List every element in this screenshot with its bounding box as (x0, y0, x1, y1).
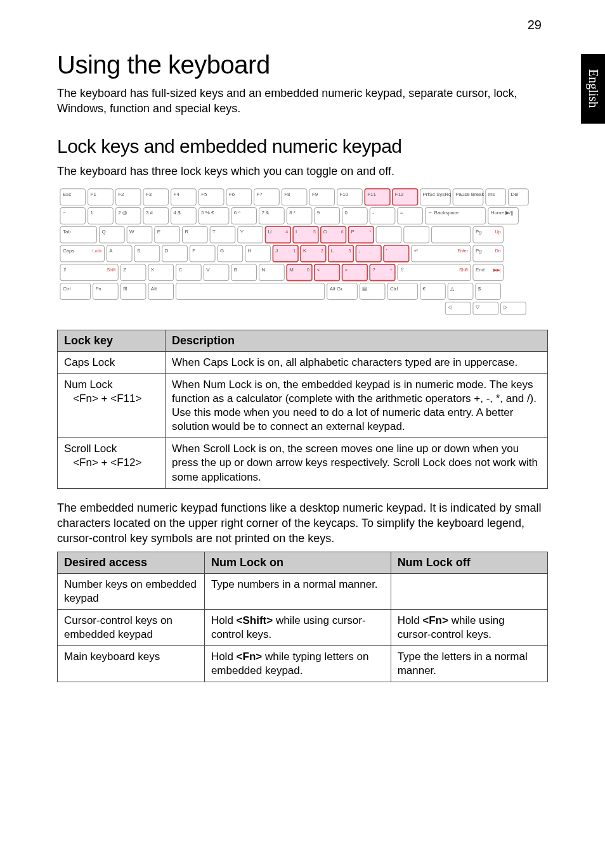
keyboard-diagram: EscF1F2F3F4F5F6F7F8F9F10F11F12PrtSc SysR… (57, 185, 548, 318)
description-cell: When Scroll Lock is on, the screen moves… (166, 438, 548, 488)
svg-text:H: H (248, 248, 252, 254)
svg-text:P: P (351, 229, 354, 235)
svg-text:0: 0 (307, 268, 309, 272)
svg-text:>: > (344, 267, 348, 273)
svg-text:N: N (262, 267, 266, 273)
svg-text:A: A (109, 248, 113, 254)
svg-rect-90 (376, 226, 401, 243)
intro-paragraph: The keyboard has full-sized keys and an … (57, 86, 548, 117)
table-row: Scroll Lock <Fn> + <F12>When Scroll Lock… (58, 438, 548, 488)
svg-text:€: € (423, 285, 426, 291)
th-desired-access: Desired access (58, 552, 205, 573)
svg-text:Shift: Shift (107, 268, 115, 272)
svg-text:F10: F10 (340, 191, 349, 197)
svg-text:5: 5 (313, 230, 316, 234)
lock-key-name: Scroll Lock (64, 443, 117, 455)
document-page: 29 English Using the keyboard The keyboa… (0, 0, 605, 719)
svg-text:F6: F6 (229, 191, 235, 197)
svg-text:Caps: Caps (63, 248, 75, 254)
cell: Cursor-control keys on embedded keypad (58, 609, 205, 645)
svg-text:Alt: Alt (151, 285, 157, 291)
th-numlock-off: Num Lock off (391, 552, 547, 573)
svg-text:Fn: Fn (96, 285, 101, 291)
svg-text:Del: Del (511, 191, 518, 197)
svg-text:▶▶|: ▶▶| (493, 268, 501, 273)
numlock-table: Desired access Num Lock on Num Lock off … (57, 552, 548, 683)
svg-text:=: = (400, 210, 403, 216)
svg-text:D: D (165, 248, 169, 254)
svg-text:2: 2 (321, 249, 323, 253)
section-heading: Lock keys and embedded numeric keypad (57, 136, 548, 157)
cell: Number keys on embedded keypad (58, 573, 205, 609)
svg-text:F2: F2 (118, 191, 124, 197)
svg-text:5 % €: 5 % € (201, 210, 214, 216)
svg-text:V: V (206, 267, 210, 273)
cell: Hold <Fn> while typing letters on embedd… (204, 645, 391, 682)
lock-key-name: Num Lock (64, 379, 113, 391)
svg-text:8 *: 8 * (289, 210, 296, 216)
svg-text:~: ~ (63, 210, 66, 216)
svg-text:6 ^: 6 ^ (234, 210, 241, 216)
svg-text:F4: F4 (174, 191, 180, 197)
svg-text:F1: F1 (91, 191, 97, 197)
svg-text:Ins: Ins (488, 191, 495, 197)
svg-text:B: B (234, 267, 237, 273)
lock-key-cell: Num Lock <Fn> + <F11> (58, 373, 166, 437)
th-lock-key: Lock key (58, 330, 166, 351)
svg-text:6: 6 (341, 230, 344, 234)
svg-text:Esc: Esc (63, 191, 71, 197)
svg-text:?: ? (372, 267, 375, 273)
svg-text:U: U (268, 229, 271, 235)
th-description: Description (166, 330, 548, 351)
cell: Hold <Fn> while using cursor-control key… (391, 609, 547, 645)
svg-text:I: I (296, 229, 297, 235)
svg-text:⇧: ⇧ (400, 267, 405, 273)
svg-text:← Backspace: ← Backspace (427, 210, 459, 216)
svg-text:F12: F12 (395, 191, 404, 197)
table-row: Cursor-control keys on embedded keypadHo… (58, 609, 548, 645)
svg-text:X: X (151, 267, 155, 273)
svg-text:M: M (289, 267, 294, 273)
svg-text:Q: Q (101, 229, 105, 235)
svg-text:S: S (137, 248, 140, 254)
section-intro: The keyboard has three lock keys which y… (57, 164, 548, 179)
svg-rect-91 (404, 226, 429, 243)
svg-text:$: $ (478, 285, 481, 291)
table-row: Num Lock <Fn> + <F11>When Num Lock is on… (58, 373, 548, 437)
lock-key-name: Caps Lock (64, 356, 115, 368)
svg-text:▤: ▤ (362, 285, 367, 291)
svg-text:<: < (317, 267, 320, 273)
svg-text:E: E (157, 229, 160, 235)
svg-text:▽: ▽ (476, 304, 480, 310)
svg-text:Up: Up (495, 230, 501, 235)
svg-text:2 @: 2 @ (118, 210, 127, 216)
svg-text:⊞: ⊞ (123, 285, 127, 291)
table-row: Caps LockWhen Caps Lock is on, all alpha… (58, 351, 548, 373)
svg-text:3 #: 3 # (146, 210, 153, 216)
svg-text:1: 1 (293, 249, 296, 253)
svg-text:Y: Y (240, 229, 244, 235)
svg-text:⇧: ⇧ (63, 267, 67, 273)
svg-text:C: C (179, 267, 183, 273)
svg-rect-130 (60, 264, 118, 281)
description-cell: When Num Lock is on, the embedded keypad… (166, 373, 548, 437)
svg-text:Shift: Shift (459, 268, 468, 272)
page-number: 29 (528, 18, 542, 32)
page-title: Using the keyboard (57, 51, 548, 79)
svg-text:*: * (369, 230, 371, 234)
svg-text:G: G (220, 248, 224, 254)
svg-text:Z: Z (123, 267, 126, 273)
svg-text:4: 4 (285, 230, 288, 234)
svg-text:;: ; (358, 248, 360, 254)
svg-text:PrtSc SysRq: PrtSc SysRq (423, 191, 452, 197)
svg-text:W: W (129, 229, 134, 235)
svg-text:0: 0 (344, 210, 348, 216)
svg-rect-170 (176, 283, 325, 300)
svg-text:Enter: Enter (457, 249, 468, 253)
key-combo: <Fn> + <F11> (64, 392, 141, 405)
language-tab: English (581, 54, 605, 124)
svg-text:J: J (275, 248, 278, 254)
svg-text:Pause Break: Pause Break (455, 191, 484, 197)
svg-text:Lock: Lock (93, 249, 102, 253)
svg-text:Pg: Pg (476, 229, 482, 235)
